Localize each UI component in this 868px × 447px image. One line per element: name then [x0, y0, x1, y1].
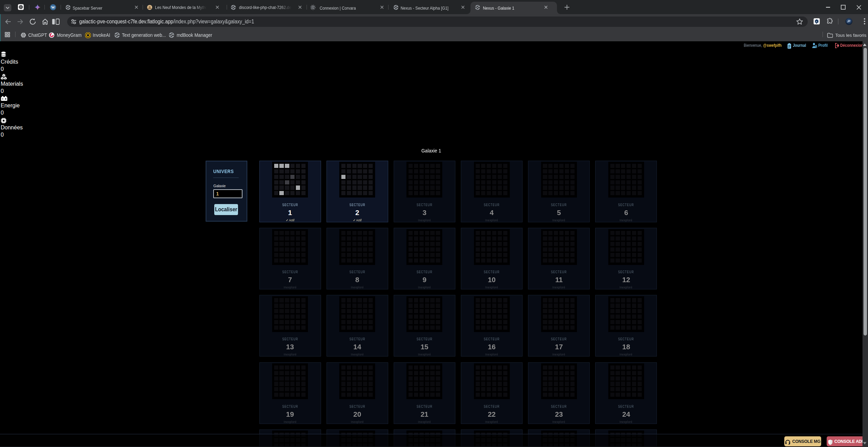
svg-text:W: W [51, 5, 55, 9]
